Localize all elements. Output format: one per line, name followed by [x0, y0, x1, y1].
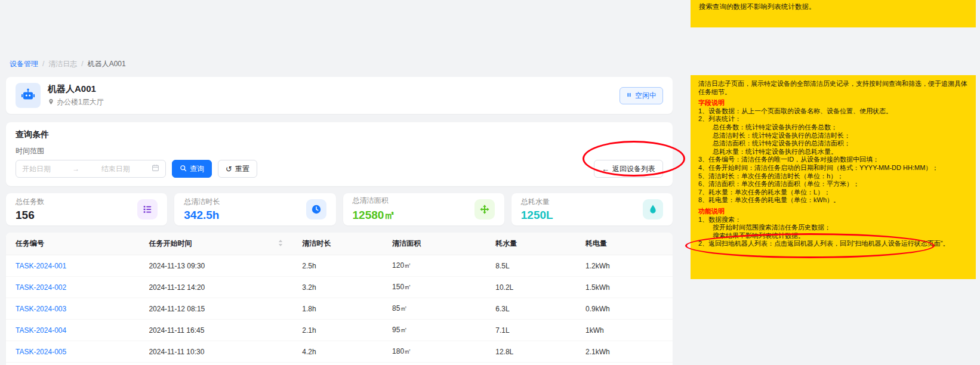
annotation-line: 2、返回扫地机器人列表：点击返回机器人列表，回到“扫地机器人设备运行状态页面”。 [698, 240, 968, 248]
annotation-note-text: 搜索查询的数据不影响列表统计数据。 [699, 2, 967, 11]
column-header-1: 任务开始时间 [139, 233, 292, 255]
search-button[interactable]: 查询 [172, 160, 212, 178]
expand-icon [474, 199, 495, 219]
stat-card-3: 总清洁面积12580㎡ [343, 193, 504, 225]
breadcrumb-item-1[interactable]: 清洁日志 [48, 60, 77, 68]
stat-text: 总任务数156 [16, 197, 44, 222]
task-id-link[interactable]: TASK-2024-004 [6, 320, 139, 341]
annotation-line: 1、数据搜索： [698, 216, 968, 224]
annotation-line: 总清洁时长：统计特定设备执行的总清洁时长； [698, 132, 968, 140]
reset-button-label: 重置 [235, 164, 249, 174]
annotation-line: 总任务数：统计特定设备执行的任务总数； [698, 123, 968, 132]
annotation-line: 7、耗水量：单次任务的耗水量（单位：L）； [698, 188, 968, 197]
table-cell: 2.1kWh [576, 341, 673, 363]
table-cell: 12.8L [486, 341, 576, 363]
column-header-label: 任务开始时间 [149, 239, 192, 248]
breadcrumb-item-0[interactable]: 设备管理 [10, 60, 38, 68]
device-header-card: 机器人A001 办公楼1层大厅 [6, 77, 673, 114]
table-body: TASK-2024-0012024-11-13 09:302.5h120㎡8.5… [6, 255, 673, 363]
column-header-2: 清洁时长 [292, 233, 383, 255]
date-end-placeholder: 结束日期 [101, 164, 130, 174]
clock-icon [306, 199, 326, 219]
breadcrumb: 设备管理/清洁日志/机器人A001 [10, 59, 673, 69]
table-row-3: TASK-2024-0032024-11-12 08:151.8h85㎡6.3L… [6, 298, 673, 320]
task-id-link[interactable]: TASK-2024-005 [6, 341, 139, 363]
column-header-4: 耗水量 [486, 233, 576, 255]
sort-icon[interactable] [278, 240, 283, 248]
search-button-label: 查询 [190, 164, 204, 174]
table-cell: 6.3L [486, 298, 576, 320]
device-location: 办公楼1层大厅 [57, 97, 104, 107]
table-cell: 1kWh [576, 320, 673, 341]
table-row-5: TASK-2024-0052024-11-11 10:304.2h180㎡12.… [6, 341, 673, 363]
task-id-link[interactable]: TASK-2024-003 [6, 298, 139, 320]
pagination: 共 5 条记录 ‹ 1 › 10 / page [6, 363, 673, 365]
table-cell: 7.1L [486, 320, 576, 341]
table-cell: 150㎡ [383, 277, 486, 298]
table-row-1: TASK-2024-0012024-11-13 09:302.5h120㎡8.5… [6, 255, 673, 277]
stat-card-4: 总耗水量1250L [511, 193, 673, 225]
date-start-placeholder: 开始日期 [22, 164, 51, 174]
left-arrow-icon: ← [602, 165, 609, 173]
table-cell: 4.2h [292, 341, 383, 363]
annotation-intro: 清洁日志子页面，展示特定设备的全部清洁历史记录，支持按时间查询和筛选，便于追溯具… [698, 80, 968, 96]
table-cell: 10.2L [486, 277, 576, 298]
annotation-line: 总清洁面积：统计特定设备执行的总清洁面积； [698, 140, 968, 148]
column-header-0: 任务编号 [6, 233, 139, 255]
reset-button[interactable]: ↺ 重置 [218, 160, 257, 178]
table-cell: 8.5L [486, 255, 576, 277]
pause-icon [626, 91, 632, 100]
column-header-3: 清洁面积 [383, 233, 486, 255]
table-cell: 3.2h [292, 277, 383, 298]
task-table-card: 任务编号任务开始时间清洁时长清洁面积耗水量耗电量 TASK-2024-00120… [6, 233, 673, 365]
status-badge[interactable]: 空闲中 [620, 87, 663, 104]
time-range-label: 时间范围 [16, 146, 663, 156]
stat-label: 总清洁时长 [184, 197, 220, 207]
annotation-line: 搜索结果不影响列表统计数据。 [698, 232, 968, 240]
back-button-label: 返回设备列表 [612, 164, 655, 174]
query-title: 查询条件 [16, 129, 663, 140]
stat-value: 12580㎡ [353, 208, 396, 223]
stat-value: 1250L [521, 209, 553, 222]
calendar-icon [152, 164, 159, 174]
table-cell: 1.8h [292, 298, 383, 320]
stat-label: 总耗水量 [521, 197, 553, 207]
annotation-line: 6、清洁面积：单次任务的清洁面积（单位：平方米）； [698, 180, 968, 188]
task-table: 任务编号任务开始时间清洁时长清洁面积耗水量耗电量 TASK-2024-00120… [6, 233, 673, 363]
table-cell: 120㎡ [383, 255, 486, 277]
annotation-line: 1、设备数据：从上一个页面取的设备名称、设备位置、使用状态。 [698, 107, 968, 116]
checklist-icon [137, 199, 158, 219]
annotation-section-heading: 功能说明 [698, 208, 968, 216]
query-card: 查询条件 时间范围 开始日期 → 结束日期 [6, 122, 673, 186]
annotation-line: 4、任务开始时间：清洁任务启动的日期和时间（格式：YYYY-MM-DD HH:M… [698, 164, 968, 172]
annotation-body: 字段说明1、设备数据：从上一个页面取的设备名称、设备位置、使用状态。2、列表统计… [698, 99, 968, 248]
annotation-line: 5、清洁时长：单次任务的清洁时长（单位：h）； [698, 172, 968, 181]
annotation-line: 按开始时间范围搜索清洁任务历史数据； [698, 224, 968, 232]
device-name: 机器人A001 [48, 83, 104, 95]
date-range-picker[interactable]: 开始日期 → 结束日期 [16, 160, 166, 178]
robot-icon [16, 83, 41, 108]
stat-card-2: 总清洁时长342.5h [174, 193, 335, 225]
breadcrumb-item-2: 机器人A001 [88, 60, 126, 68]
column-header-label: 耗水量 [495, 239, 517, 248]
annotation-line: 总耗水量：统计特定设备执行的总耗水量。 [698, 148, 968, 156]
stat-value: 342.5h [184, 209, 220, 222]
annotation-section-heading: 字段说明 [698, 99, 968, 107]
task-id-link[interactable]: TASK-2024-002 [6, 277, 139, 298]
task-id-link[interactable]: TASK-2024-001 [6, 255, 139, 277]
table-cell: 180㎡ [383, 341, 486, 363]
table-cell: 95㎡ [383, 320, 486, 341]
stat-card-1: 总任务数156 [6, 193, 167, 225]
stat-label: 总任务数 [16, 197, 44, 207]
table-cell: 2.5h [292, 255, 383, 277]
table-cell: 2024-11-12 08:15 [139, 298, 292, 320]
table-cell: 2024-11-11 10:30 [139, 341, 292, 363]
column-header-label: 清洁面积 [392, 239, 421, 248]
page: 设备管理/清洁日志/机器人A001 机器人A001 [0, 0, 980, 365]
table-header-row: 任务编号任务开始时间清洁时长清洁面积耗水量耗电量 [6, 233, 673, 255]
annotation-panel: 清洁日志子页面，展示特定设备的全部清洁历史记录，支持按时间查询和筛选，便于追溯具… [691, 75, 976, 279]
back-to-device-list-button[interactable]: ← 返回设备列表 [594, 160, 663, 178]
column-header-5: 耗电量 [576, 233, 673, 255]
table-cell: 2024-11-12 14:20 [139, 277, 292, 298]
column-header-label: 耗电量 [585, 239, 607, 248]
